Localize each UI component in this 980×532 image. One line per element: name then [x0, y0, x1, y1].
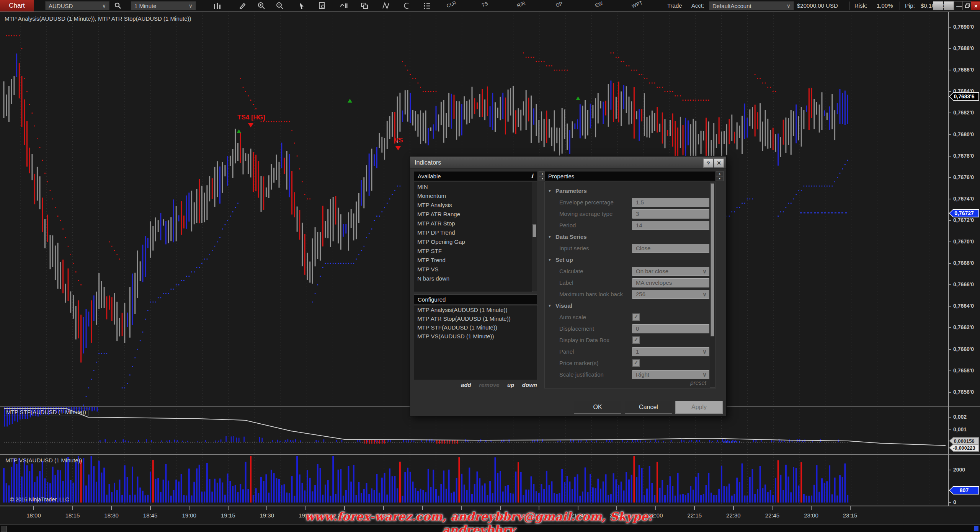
collapse-icon[interactable]: ▼	[548, 304, 552, 308]
help-button[interactable]: ?	[703, 158, 713, 168]
remove-button[interactable]: remove	[479, 382, 499, 388]
price-tick-label: 0,7690'0	[953, 24, 974, 30]
price-tick-label: 0,7656'0	[953, 389, 974, 395]
zoom-in-icon[interactable]	[254, 1, 270, 11]
property-select[interactable]: On bar close∨	[632, 267, 709, 276]
indicators-dialog: Indicators ? × Available i ▲▼ MINMomentu…	[410, 156, 727, 416]
vs-marker: 807	[949, 486, 979, 494]
preset-link[interactable]: preset	[690, 379, 706, 386]
cancel-button[interactable]: Cancel	[625, 401, 672, 414]
checkbox[interactable]: ✓	[632, 313, 640, 321]
scroll-left-button[interactable]	[1, 526, 7, 532]
available-item[interactable]: MTP Opening Gap	[414, 237, 532, 246]
available-item[interactable]: MTP Analysis	[414, 201, 532, 210]
pencil-icon[interactable]	[235, 1, 250, 11]
section-header[interactable]: ▼Visual	[545, 300, 710, 312]
account-selector[interactable]: DefaultAccount∨	[709, 1, 794, 10]
instrument-selector[interactable]: AUDUSD∨	[45, 1, 109, 10]
spin-down-button[interactable]: ▼	[716, 176, 724, 181]
checkbox[interactable]: ✓	[632, 336, 640, 344]
configured-item[interactable]: MTP VS(AUDUSD (1 Minute))	[414, 332, 537, 341]
scrollbar-thumb[interactable]	[710, 183, 714, 336]
apply-button[interactable]: Apply	[675, 401, 723, 414]
scrollbar-thumb[interactable]	[532, 224, 536, 237]
price-tick-label: 0,7674'0	[953, 196, 974, 202]
trade-menu[interactable]: Trade	[667, 2, 682, 9]
tool-ew[interactable]: EW	[594, 0, 604, 9]
bar-chart-icon[interactable]	[210, 1, 225, 11]
ok-button[interactable]: OK	[574, 401, 621, 414]
available-item[interactable]: MTP VS	[414, 265, 532, 274]
zoom-out-icon[interactable]	[273, 1, 288, 11]
interval-selector[interactable]: 1 Minute∨	[131, 1, 196, 10]
available-item[interactable]: MTP ATR Stop	[414, 219, 532, 228]
last-price-marker: 0,7683'6	[949, 92, 979, 101]
property-label: Calculate	[559, 268, 583, 274]
property-select[interactable]: 256∨	[632, 290, 709, 299]
section-header[interactable]: ▼Parameters	[545, 185, 710, 197]
list-icon[interactable]	[420, 1, 435, 11]
property-input[interactable]: 1,5	[632, 198, 709, 207]
available-item[interactable]: Momentum	[414, 191, 532, 201]
add-button[interactable]: add	[461, 382, 471, 388]
available-item[interactable]: MTP ATR Range	[414, 210, 532, 219]
section-header[interactable]: ▼Data Series	[545, 231, 710, 243]
tool-ts[interactable]: TS	[481, 0, 489, 8]
configured-item[interactable]: MTP ATR Stop(AUDUSD (1 Minute))	[414, 314, 537, 323]
price-tick-label: 0,7672'0	[953, 217, 974, 223]
close-button[interactable]: ×	[971, 1, 980, 10]
property-select[interactable]: Right∨	[632, 370, 709, 379]
property-input[interactable]: Close	[632, 244, 709, 253]
panel-separator[interactable]	[0, 454, 980, 455]
down-button[interactable]: down	[522, 382, 537, 388]
spin-up-button[interactable]: ▲	[716, 171, 724, 176]
time-tick-label: 22:30	[720, 512, 747, 519]
toolbar-blank-button[interactable]	[933, 1, 943, 10]
collapse-icon[interactable]: ▼	[548, 235, 552, 239]
time-tick	[850, 506, 851, 510]
ellipse-icon[interactable]	[399, 1, 414, 11]
configured-item[interactable]: MTP STF(AUDUSD (1 Minute))	[414, 323, 537, 332]
chart-trader-icon[interactable]	[336, 1, 351, 11]
collapse-icon[interactable]: ▼	[548, 258, 552, 262]
section-header[interactable]: ▼Set up	[545, 254, 710, 266]
available-item[interactable]: MTP Trend	[414, 256, 532, 265]
drawing-icon[interactable]	[378, 1, 394, 11]
property-label: Displacement	[559, 325, 594, 332]
property-input[interactable]: MA envelopes	[632, 278, 709, 287]
tool-clr[interactable]: CLR	[446, 0, 457, 9]
available-item[interactable]: MTP STF	[414, 246, 532, 256]
dialog-titlebar[interactable]: Indicators	[410, 157, 726, 169]
scroll-right-handle[interactable]	[974, 526, 978, 531]
property-select[interactable]: 1∨	[632, 347, 709, 356]
search-icon[interactable]	[110, 1, 126, 11]
configured-item[interactable]: MTP Analysis(AUDUSD (1 Minute))	[414, 305, 537, 314]
close-button[interactable]: ×	[714, 158, 724, 168]
available-item[interactable]: MIN	[414, 182, 532, 191]
chart-tab[interactable]: Chart	[0, 0, 34, 11]
available-item[interactable]: N bars down	[414, 274, 532, 283]
checkbox[interactable]: ✓	[632, 359, 640, 367]
cursor-icon[interactable]	[294, 1, 309, 11]
windows-icon[interactable]	[357, 1, 372, 11]
price-tick-label: 0,7678'0	[953, 153, 974, 159]
property-input[interactable]: 3	[632, 209, 709, 219]
divider	[849, 2, 849, 10]
property-row: Envelope percentage1,5	[545, 197, 710, 208]
toolbar-blank-button[interactable]	[944, 1, 954, 10]
price-tick	[948, 91, 951, 92]
available-item[interactable]: MTP DP Trend	[414, 228, 532, 237]
collapse-icon[interactable]: ▼	[548, 189, 552, 193]
property-input[interactable]: 14	[632, 221, 709, 230]
indicator-price-marker: 0,76727	[949, 209, 979, 217]
vs-panel-label: MTP VS(AUDUSD (1 Minute))	[5, 457, 82, 463]
property-input[interactable]: 0	[632, 324, 709, 333]
tool-r-r[interactable]: R/R	[516, 0, 526, 8]
info-icon[interactable]: i	[531, 173, 533, 180]
tool-dp[interactable]: DP	[555, 0, 564, 8]
available-scrollbar[interactable]	[532, 182, 537, 291]
up-button[interactable]: up	[507, 382, 514, 388]
report-icon[interactable]	[315, 1, 330, 11]
properties-scrollbar[interactable]	[710, 183, 715, 388]
tool-wpt[interactable]: WPT	[631, 0, 643, 9]
